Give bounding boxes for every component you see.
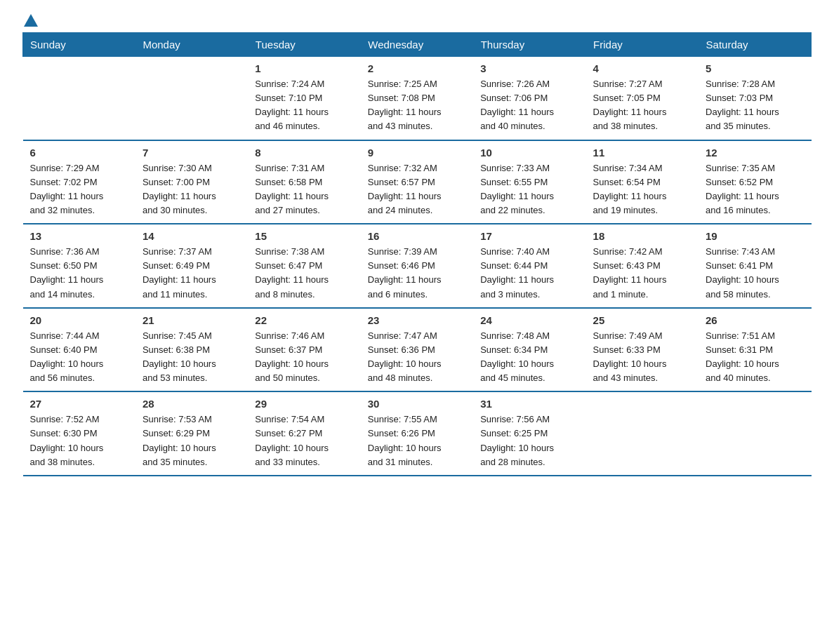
day-number: 31 xyxy=(480,398,578,410)
day-number: 7 xyxy=(143,147,241,159)
calendar-cell xyxy=(699,391,811,476)
calendar-cell: 28Sunrise: 7:53 AM Sunset: 6:29 PM Dayli… xyxy=(135,391,248,476)
calendar-cell: 22Sunrise: 7:46 AM Sunset: 6:37 PM Dayli… xyxy=(248,308,360,392)
calendar-cell: 18Sunrise: 7:42 AM Sunset: 6:43 PM Dayli… xyxy=(586,224,699,308)
calendar-table: SundayMondayTuesdayWednesdayThursdayFrid… xyxy=(22,32,812,476)
day-detail: Sunrise: 7:34 AM Sunset: 6:54 PM Dayligh… xyxy=(593,161,691,218)
calendar-cell: 24Sunrise: 7:48 AM Sunset: 6:34 PM Dayli… xyxy=(473,308,585,392)
day-number: 6 xyxy=(30,147,128,159)
day-header-monday: Monday xyxy=(135,33,248,57)
day-header-sunday: Sunday xyxy=(23,33,135,57)
day-number: 20 xyxy=(30,314,128,326)
calendar-cell: 13Sunrise: 7:36 AM Sunset: 6:50 PM Dayli… xyxy=(23,224,135,308)
day-detail: Sunrise: 7:31 AM Sunset: 6:58 PM Dayligh… xyxy=(255,161,353,218)
day-detail: Sunrise: 7:28 AM Sunset: 7:03 PM Dayligh… xyxy=(706,77,804,134)
day-number: 16 xyxy=(368,230,466,242)
calendar-cell: 31Sunrise: 7:56 AM Sunset: 6:25 PM Dayli… xyxy=(473,391,585,476)
day-header-tuesday: Tuesday xyxy=(248,33,360,57)
day-detail: Sunrise: 7:52 AM Sunset: 6:30 PM Dayligh… xyxy=(30,412,128,469)
calendar-cell: 27Sunrise: 7:52 AM Sunset: 6:30 PM Dayli… xyxy=(23,391,135,476)
day-detail: Sunrise: 7:32 AM Sunset: 6:57 PM Dayligh… xyxy=(368,161,466,218)
day-number: 30 xyxy=(368,398,466,410)
day-detail: Sunrise: 7:35 AM Sunset: 6:52 PM Dayligh… xyxy=(706,161,804,218)
calendar-cell: 25Sunrise: 7:49 AM Sunset: 6:33 PM Dayli… xyxy=(586,308,699,392)
day-number: 15 xyxy=(255,230,353,242)
day-number: 1 xyxy=(255,62,353,74)
calendar-cell: 5Sunrise: 7:28 AM Sunset: 7:03 PM Daylig… xyxy=(699,57,811,140)
calendar-cell: 4Sunrise: 7:27 AM Sunset: 7:05 PM Daylig… xyxy=(586,57,699,140)
day-number: 23 xyxy=(368,314,466,326)
logo-triangle-icon xyxy=(24,14,38,27)
day-detail: Sunrise: 7:45 AM Sunset: 6:38 PM Dayligh… xyxy=(143,329,241,386)
day-header-thursday: Thursday xyxy=(473,33,585,57)
day-detail: Sunrise: 7:54 AM Sunset: 6:27 PM Dayligh… xyxy=(255,412,353,469)
day-header-friday: Friday xyxy=(586,33,699,57)
calendar-cell: 16Sunrise: 7:39 AM Sunset: 6:46 PM Dayli… xyxy=(361,224,473,308)
day-number: 24 xyxy=(480,314,578,326)
day-detail: Sunrise: 7:29 AM Sunset: 7:02 PM Dayligh… xyxy=(30,161,128,218)
calendar-week-row: 27Sunrise: 7:52 AM Sunset: 6:30 PM Dayli… xyxy=(23,391,812,476)
day-number: 26 xyxy=(706,314,804,326)
day-detail: Sunrise: 7:44 AM Sunset: 6:40 PM Dayligh… xyxy=(30,329,128,386)
calendar-cell: 17Sunrise: 7:40 AM Sunset: 6:44 PM Dayli… xyxy=(473,224,585,308)
day-number: 28 xyxy=(143,398,241,410)
day-number: 25 xyxy=(593,314,691,326)
calendar-cell: 6Sunrise: 7:29 AM Sunset: 7:02 PM Daylig… xyxy=(23,140,135,224)
day-detail: Sunrise: 7:53 AM Sunset: 6:29 PM Dayligh… xyxy=(143,412,241,469)
day-detail: Sunrise: 7:38 AM Sunset: 6:47 PM Dayligh… xyxy=(255,245,353,302)
calendar-cell: 7Sunrise: 7:30 AM Sunset: 7:00 PM Daylig… xyxy=(135,140,248,224)
day-number: 19 xyxy=(706,230,804,242)
day-number: 4 xyxy=(593,62,691,74)
day-number: 21 xyxy=(143,314,241,326)
day-detail: Sunrise: 7:51 AM Sunset: 6:31 PM Dayligh… xyxy=(706,329,804,386)
calendar-cell: 23Sunrise: 7:47 AM Sunset: 6:36 PM Dayli… xyxy=(361,308,473,392)
day-detail: Sunrise: 7:36 AM Sunset: 6:50 PM Dayligh… xyxy=(30,245,128,302)
calendar-cell: 14Sunrise: 7:37 AM Sunset: 6:49 PM Dayli… xyxy=(135,224,248,308)
calendar-cell: 26Sunrise: 7:51 AM Sunset: 6:31 PM Dayli… xyxy=(699,308,811,392)
day-detail: Sunrise: 7:49 AM Sunset: 6:33 PM Dayligh… xyxy=(593,329,691,386)
logo xyxy=(22,17,38,25)
day-number: 2 xyxy=(368,62,466,74)
page-header xyxy=(22,17,812,25)
calendar-cell: 8Sunrise: 7:31 AM Sunset: 6:58 PM Daylig… xyxy=(248,140,360,224)
calendar-cell: 20Sunrise: 7:44 AM Sunset: 6:40 PM Dayli… xyxy=(23,308,135,392)
day-number: 13 xyxy=(30,230,128,242)
calendar-cell xyxy=(23,57,135,140)
day-detail: Sunrise: 7:56 AM Sunset: 6:25 PM Dayligh… xyxy=(480,412,578,469)
calendar-cell: 2Sunrise: 7:25 AM Sunset: 7:08 PM Daylig… xyxy=(361,57,473,140)
day-detail: Sunrise: 7:42 AM Sunset: 6:43 PM Dayligh… xyxy=(593,245,691,302)
calendar-cell: 11Sunrise: 7:34 AM Sunset: 6:54 PM Dayli… xyxy=(586,140,699,224)
calendar-cell: 3Sunrise: 7:26 AM Sunset: 7:06 PM Daylig… xyxy=(473,57,585,140)
day-number: 17 xyxy=(480,230,578,242)
calendar-cell: 10Sunrise: 7:33 AM Sunset: 6:55 PM Dayli… xyxy=(473,140,585,224)
day-number: 10 xyxy=(480,147,578,159)
day-detail: Sunrise: 7:43 AM Sunset: 6:41 PM Dayligh… xyxy=(706,245,804,302)
calendar-cell xyxy=(135,57,248,140)
day-detail: Sunrise: 7:39 AM Sunset: 6:46 PM Dayligh… xyxy=(368,245,466,302)
calendar-week-row: 20Sunrise: 7:44 AM Sunset: 6:40 PM Dayli… xyxy=(23,308,812,392)
day-detail: Sunrise: 7:55 AM Sunset: 6:26 PM Dayligh… xyxy=(368,412,466,469)
calendar-cell: 29Sunrise: 7:54 AM Sunset: 6:27 PM Dayli… xyxy=(248,391,360,476)
day-detail: Sunrise: 7:47 AM Sunset: 6:36 PM Dayligh… xyxy=(368,329,466,386)
calendar-cell: 15Sunrise: 7:38 AM Sunset: 6:47 PM Dayli… xyxy=(248,224,360,308)
calendar-cell xyxy=(586,391,699,476)
calendar-week-row: 13Sunrise: 7:36 AM Sunset: 6:50 PM Dayli… xyxy=(23,224,812,308)
calendar-cell: 30Sunrise: 7:55 AM Sunset: 6:26 PM Dayli… xyxy=(361,391,473,476)
day-detail: Sunrise: 7:24 AM Sunset: 7:10 PM Dayligh… xyxy=(255,77,353,134)
day-number: 5 xyxy=(706,62,804,74)
day-number: 29 xyxy=(255,398,353,410)
calendar-cell: 19Sunrise: 7:43 AM Sunset: 6:41 PM Dayli… xyxy=(699,224,811,308)
day-detail: Sunrise: 7:30 AM Sunset: 7:00 PM Dayligh… xyxy=(143,161,241,218)
day-number: 18 xyxy=(593,230,691,242)
day-number: 11 xyxy=(593,147,691,159)
day-detail: Sunrise: 7:27 AM Sunset: 7:05 PM Dayligh… xyxy=(593,77,691,134)
day-number: 22 xyxy=(255,314,353,326)
calendar-cell: 12Sunrise: 7:35 AM Sunset: 6:52 PM Dayli… xyxy=(699,140,811,224)
calendar-cell: 21Sunrise: 7:45 AM Sunset: 6:38 PM Dayli… xyxy=(135,308,248,392)
day-detail: Sunrise: 7:46 AM Sunset: 6:37 PM Dayligh… xyxy=(255,329,353,386)
day-number: 27 xyxy=(30,398,128,410)
day-number: 8 xyxy=(255,147,353,159)
calendar-cell: 9Sunrise: 7:32 AM Sunset: 6:57 PM Daylig… xyxy=(361,140,473,224)
day-header-saturday: Saturday xyxy=(699,33,811,57)
day-number: 9 xyxy=(368,147,466,159)
